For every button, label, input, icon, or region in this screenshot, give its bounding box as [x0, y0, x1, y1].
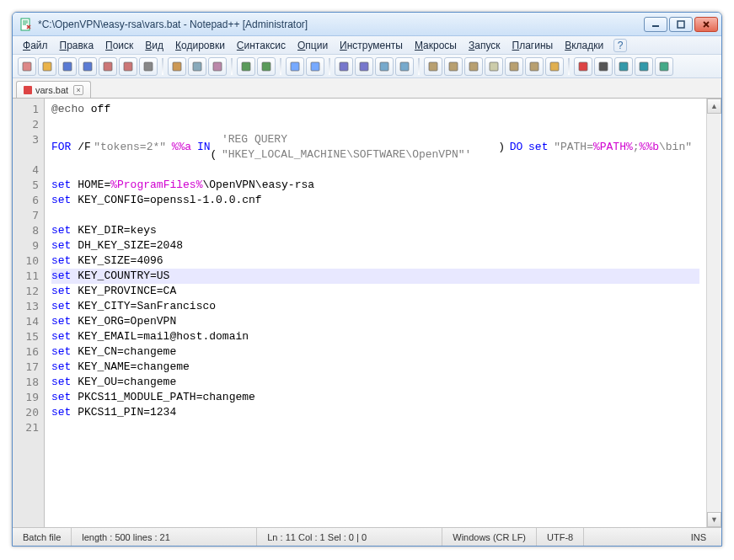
cut-icon[interactable]: [168, 57, 186, 76]
code-line[interactable]: set KEY_DIR=keys: [51, 223, 699, 238]
folder-icon: [549, 61, 560, 72]
find-icon[interactable]: [286, 57, 304, 76]
code-line[interactable]: set PKCS11_PIN=1234: [51, 405, 699, 420]
menu-кодировки[interactable]: Кодировки: [170, 38, 230, 53]
redo-icon[interactable]: [257, 57, 276, 76]
tab-close-button[interactable]: ×: [73, 85, 83, 95]
udl-icon[interactable]: [485, 57, 503, 76]
status-encoding[interactable]: UTF-8: [537, 528, 584, 546]
menu-опции[interactable]: Опции: [292, 38, 333, 53]
sync-v-icon[interactable]: [375, 57, 394, 76]
code-line[interactable]: set KEY_SIZE=4096: [51, 253, 699, 269]
copy-icon[interactable]: [188, 57, 206, 76]
func-list-icon: [528, 61, 540, 72]
menu-help[interactable]: ?: [613, 39, 627, 52]
app-icon: [19, 18, 33, 31]
doc-map-icon[interactable]: [505, 57, 523, 76]
code-line[interactable]: [51, 208, 699, 223]
status-eol[interactable]: Windows (CR LF): [442, 528, 537, 546]
code-line[interactable]: set KEY_EMAIL=mail@host.domain: [51, 329, 699, 344]
save-all-icon[interactable]: [78, 57, 97, 76]
menu-синтаксис[interactable]: Синтаксис: [232, 38, 291, 53]
tab-label: vars.bat: [35, 85, 68, 95]
folder-icon[interactable]: [545, 57, 564, 76]
replace-icon[interactable]: [306, 57, 324, 76]
new-file-icon: [21, 61, 33, 72]
paste-icon[interactable]: [208, 57, 227, 76]
scroll-up-button[interactable]: ▲: [707, 99, 721, 114]
menu-файл[interactable]: Файл: [18, 38, 53, 53]
menu-запуск[interactable]: Запуск: [463, 38, 506, 53]
vertical-scrollbar[interactable]: ▲ ▼: [706, 99, 721, 527]
wordwrap-icon[interactable]: [424, 57, 442, 76]
close-icon[interactable]: [99, 57, 117, 76]
indent-guide-icon: [468, 61, 480, 72]
code-line[interactable]: [51, 117, 699, 132]
code-line[interactable]: set KEY_CN=changeme: [51, 344, 699, 360]
menu-поиск[interactable]: Поиск: [100, 38, 138, 53]
toolbar-separator: [231, 58, 233, 75]
code-line[interactable]: set DH_KEY_SIZE=2048: [51, 238, 699, 253]
paste-icon: [212, 61, 223, 72]
code-line[interactable]: set KEY_NAME=changeme: [51, 360, 699, 375]
svg-rect-17: [340, 62, 348, 71]
editor-area: 123456789101112131415161718192021 @echo …: [13, 99, 721, 527]
code-line[interactable]: set PKCS11_MODULE_PATH=changeme: [51, 390, 699, 405]
toolbar-separator: [568, 58, 570, 75]
record-icon[interactable]: [574, 57, 592, 76]
find-icon: [289, 61, 301, 72]
indent-guide-icon[interactable]: [464, 57, 483, 76]
code-line[interactable]: [51, 163, 699, 178]
zoom-in-icon[interactable]: [335, 57, 353, 76]
title-bar[interactable]: *C:\OpenVPN\easy-rsa\vars.bat - Notepad+…: [13, 13, 721, 36]
menu-вкладки[interactable]: Вкладки: [560, 38, 608, 53]
zoom-in-icon: [338, 61, 350, 72]
undo-icon[interactable]: [237, 57, 255, 76]
tab-vars-bat[interactable]: vars.bat ×: [16, 81, 91, 98]
menu-вид[interactable]: Вид: [140, 38, 169, 53]
svg-rect-3: [23, 62, 31, 71]
sync-h-icon[interactable]: [395, 57, 414, 76]
close-icon: [702, 20, 710, 29]
svg-rect-14: [262, 62, 271, 71]
func-list-icon[interactable]: [525, 57, 544, 76]
close-button[interactable]: [694, 17, 718, 32]
code-line[interactable]: [51, 420, 699, 435]
code-line[interactable]: FOR /F "tokens=2*" %%a IN ('REG QUERY "H…: [51, 132, 692, 163]
scroll-track[interactable]: [707, 114, 721, 512]
save-macro-icon[interactable]: [655, 57, 673, 76]
open-file-icon[interactable]: [38, 57, 56, 76]
code-editor[interactable]: @echo off FOR /F "tokens=2*" %%a IN ('RE…: [45, 99, 706, 527]
code-line[interactable]: set KEY_COUNTRY=US: [51, 269, 699, 284]
code-line[interactable]: set KEY_ORG=OpenVPN: [51, 314, 699, 329]
play-multi-icon[interactable]: [635, 57, 653, 76]
close-all-icon[interactable]: [119, 57, 137, 76]
status-insert-mode[interactable]: INS: [681, 528, 721, 546]
save-icon[interactable]: [58, 57, 77, 76]
code-line[interactable]: set KEY_CITY=SanFrancisco: [51, 299, 699, 314]
zoom-out-icon[interactable]: [355, 57, 373, 76]
code-line[interactable]: set KEY_CONFIG=openssl-1.0.0.cnf: [51, 193, 699, 208]
code-line[interactable]: set KEY_OU=changeme: [51, 375, 699, 390]
minimize-button[interactable]: [644, 17, 667, 32]
close-icon: [102, 61, 114, 72]
maximize-button[interactable]: [669, 17, 693, 32]
svg-rect-11: [193, 62, 201, 71]
code-line[interactable]: set KEY_PROVINCE=CA: [51, 284, 699, 299]
stop-icon[interactable]: [594, 57, 613, 76]
undo-icon: [240, 61, 252, 72]
menu-плагины[interactable]: Плагины: [507, 38, 559, 53]
print-icon[interactable]: [139, 57, 158, 76]
menu-макросы[interactable]: Макросы: [410, 38, 462, 53]
scroll-down-button[interactable]: ▼: [707, 512, 721, 527]
menu-правка[interactable]: Правка: [55, 38, 99, 53]
close-all-icon: [122, 61, 134, 72]
code-line[interactable]: set HOME=%ProgramFiles%\OpenVPN\easy-rsa: [51, 178, 699, 193]
maximize-icon: [677, 20, 685, 29]
svg-rect-28: [579, 62, 587, 71]
play-icon[interactable]: [614, 57, 633, 76]
menu-инструменты[interactable]: Инструменты: [335, 38, 408, 53]
show-all-icon[interactable]: [444, 57, 463, 76]
code-line[interactable]: @echo off: [51, 102, 699, 117]
new-file-icon[interactable]: [18, 57, 36, 76]
